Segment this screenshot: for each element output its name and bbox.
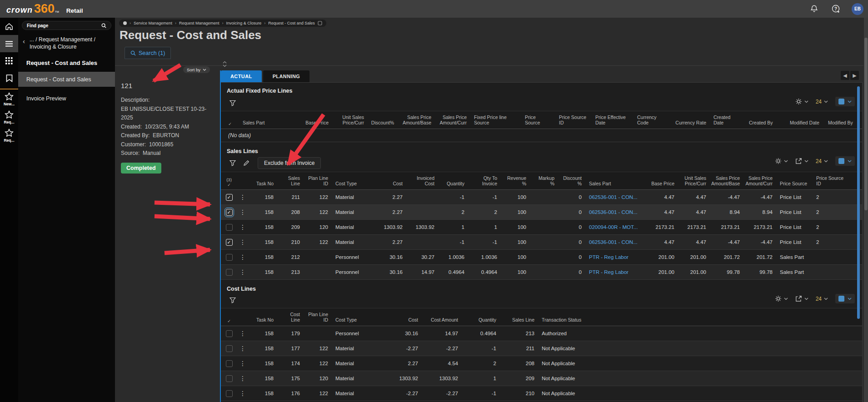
nav-item-invoice-preview[interactable]: Invoice Preview — [18, 91, 115, 106]
column-header[interactable]: Price Source ID — [813, 172, 848, 189]
column-header[interactable]: Price Source ID — [555, 111, 592, 129]
row-kebab-icon[interactable]: ⋮ — [237, 190, 248, 204]
select-all-header[interactable]: ✓ — [221, 111, 239, 129]
column-header[interactable]: Created By — [745, 111, 786, 129]
column-header[interactable]: Sales Price Amount/Base — [710, 172, 743, 189]
tab-actual[interactable]: ACTUAL — [221, 70, 262, 82]
table-row[interactable]: ✓⋮158210122Material2.27-1-11000062536-00… — [221, 235, 862, 250]
row-kebab-icon[interactable]: ⋮ — [237, 356, 248, 371]
column-header[interactable]: Discount% — [368, 111, 398, 129]
row-checkbox[interactable]: ✓ — [226, 209, 233, 216]
column-header[interactable]: Created Date — [710, 111, 745, 129]
edit-pencil-icon[interactable] — [240, 158, 252, 169]
column-header[interactable]: Currency Rate — [672, 111, 710, 129]
nav-back-item[interactable]: ‹ ... / Request Management / Invoicing &… — [18, 35, 115, 55]
table-row[interactable]: ⋮158174122Material2.274.542208Not Applic… — [221, 356, 862, 371]
column-header[interactable]: Revenue % — [501, 172, 530, 189]
column-header[interactable]: Cost Type — [332, 172, 367, 189]
table-row[interactable]: ✓⋮158211122Material2.27-1-11000062536-00… — [221, 190, 862, 205]
page-next-button[interactable]: ▶ — [850, 71, 859, 80]
table-row[interactable]: ⋮158175120Material1303.921303.921209Not … — [221, 371, 862, 386]
column-layout-selector[interactable] — [835, 156, 855, 166]
filter-icon[interactable] — [227, 158, 239, 169]
column-layout-selector[interactable] — [835, 97, 855, 106]
column-header[interactable]: Price Effective Date — [592, 111, 634, 129]
column-header[interactable]: Unit Sales Price/Curr — [332, 111, 368, 129]
table-row[interactable]: ⋮158176122Material-2.27-2.27-1210Not App… — [221, 386, 862, 401]
table-row[interactable]: ⋮158212Personnel30.1630.271.00361.003610… — [221, 250, 862, 265]
column-header[interactable]: Sales Price Amount/Base — [398, 111, 435, 129]
page-prev-button[interactable]: ◀ — [841, 71, 849, 80]
breadcrumb-action-icon[interactable] — [318, 21, 322, 25]
breadcrumb-item[interactable]: Request - Cost and Sales — [268, 21, 315, 25]
breadcrumb-item[interactable]: Service Management — [134, 21, 172, 25]
column-header[interactable]: Sales Price Amount/Curr — [743, 172, 776, 189]
find-page-input[interactable]: Find page — [22, 21, 111, 30]
column-header[interactable]: Sales Line — [277, 172, 304, 189]
row-checkbox[interactable] — [226, 360, 233, 367]
breadcrumb-item[interactable]: Invoicing & Closure — [226, 21, 262, 25]
row-kebab-icon[interactable]: ⋮ — [237, 205, 248, 219]
row-checkbox[interactable]: ✓ — [226, 194, 233, 201]
page-scrollbar-track[interactable] — [864, 18, 868, 402]
column-header[interactable]: Sales Part — [585, 172, 639, 189]
search-button[interactable]: Search (1) — [125, 47, 171, 59]
panel-scrollbar-thumb[interactable] — [857, 86, 860, 319]
sort-by-button[interactable]: Sort by — [183, 66, 210, 73]
sales-part-link[interactable]: 062536-001 - CON... — [585, 190, 639, 204]
column-header[interactable]: Price Source — [521, 111, 555, 129]
page-size-selector[interactable]: 24 — [816, 99, 828, 105]
row-checkbox[interactable] — [226, 254, 233, 261]
row-kebab-icon[interactable]: ⋮ — [237, 250, 248, 264]
row-kebab-icon[interactable]: ⋮ — [237, 371, 248, 386]
export-button[interactable] — [795, 158, 808, 164]
help-icon[interactable]: ? — [830, 4, 842, 15]
column-header[interactable]: Plan Line ID — [304, 172, 332, 189]
column-header[interactable]: Cost Line — [277, 308, 304, 326]
column-header[interactable]: Modified Date — [786, 111, 824, 129]
column-header[interactable]: Price Source — [776, 172, 813, 189]
row-kebab-icon[interactable]: ⋮ — [237, 326, 248, 341]
export-button[interactable] — [795, 295, 808, 302]
column-header[interactable]: Base Price — [294, 111, 332, 129]
settings-gear-button[interactable] — [775, 295, 788, 302]
menu-hamburger-icon[interactable] — [0, 35, 18, 52]
row-kebab-icon[interactable]: ⋮ — [237, 265, 248, 279]
column-header[interactable]: Plan Line ID — [304, 308, 332, 326]
column-header[interactable]: Discount % — [558, 172, 585, 189]
sales-part-link[interactable]: 062536-001 - CON... — [585, 205, 639, 219]
filter-icon[interactable] — [227, 295, 239, 306]
row-kebab-icon[interactable]: ⋮ — [237, 386, 248, 401]
filter-icon[interactable] — [227, 98, 239, 109]
scroll-indicator-icon[interactable] — [222, 61, 227, 67]
table-row[interactable]: ⋮158209120Material1303.921303.9211100002… — [221, 220, 862, 235]
tab-planning[interactable]: PLANNING — [263, 70, 310, 82]
column-header[interactable]: Sales Line — [500, 308, 538, 326]
home-icon[interactable] — [0, 18, 18, 35]
favorite-req-2[interactable]: Req... — [0, 129, 18, 143]
column-header[interactable]: Cost Type — [332, 308, 367, 326]
row-kebab-icon[interactable]: ⋮ — [237, 341, 248, 356]
table-row[interactable]: ⋮158179Personnel30.1614.970.4964213Autho… — [221, 326, 862, 341]
column-header[interactable]: Task No — [248, 172, 277, 189]
table-row[interactable]: ✓⋮158208122Material2.27221000062536-001 … — [221, 205, 862, 220]
sales-part-link[interactable]: PTR - Reg Labor — [585, 265, 639, 279]
row-checkbox[interactable] — [226, 269, 233, 276]
column-header[interactable]: Qty To Invoice — [468, 172, 501, 189]
sales-part-link[interactable]: PTR - Reg Labor — [585, 250, 639, 264]
notifications-bell-icon[interactable] — [808, 4, 820, 15]
row-checkbox[interactable] — [226, 390, 233, 397]
column-header[interactable]: Base Price — [639, 172, 678, 189]
sales-part-link[interactable]: 062536-001 - CON... — [585, 235, 639, 249]
breadcrumb-item[interactable]: Request Management — [179, 21, 219, 25]
column-header[interactable]: Modified By — [824, 111, 861, 129]
column-header[interactable]: Fixed Price line Source — [470, 111, 521, 129]
page-size-selector[interactable]: 24 — [816, 158, 828, 164]
row-checkbox[interactable] — [226, 375, 233, 382]
row-kebab-icon[interactable]: ⋮ — [237, 220, 248, 234]
page-scrollbar-thumb[interactable] — [864, 38, 868, 210]
row-checkbox[interactable] — [226, 345, 233, 352]
column-header[interactable]: Task No — [248, 308, 277, 326]
bookmark-icon[interactable] — [0, 69, 18, 87]
column-header[interactable]: Markup % — [530, 172, 558, 189]
